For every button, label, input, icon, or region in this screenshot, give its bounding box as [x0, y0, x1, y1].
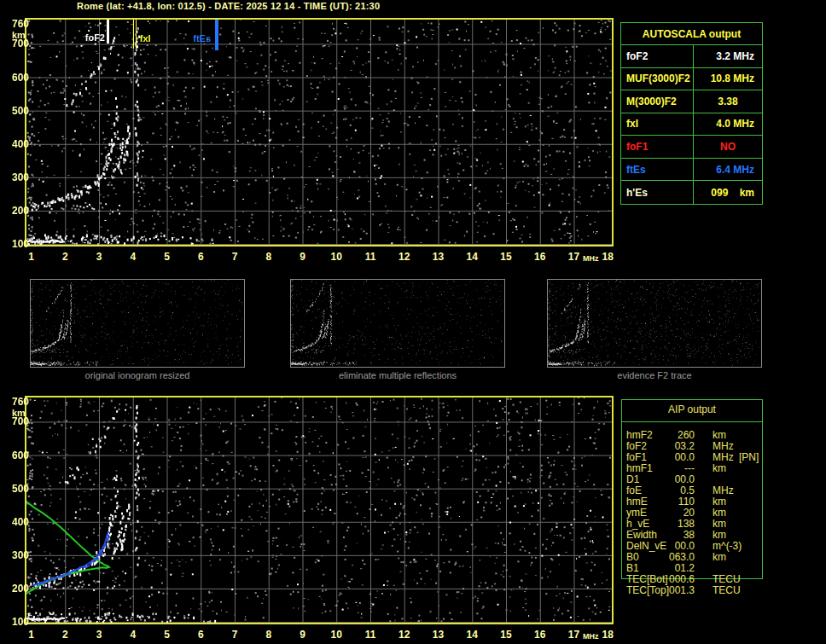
autoscala-row-label: ftEs [621, 159, 694, 181]
x-tick-label: 16 [527, 629, 553, 641]
aip-row-unit: TECU [713, 573, 741, 585]
ftEs-marker-line [215, 20, 218, 50]
aip-row-value: 00.0 [646, 540, 695, 552]
autoscala-output-panel: AUTOSCALA output foF23.2 MHzMUF(3000)F21… [620, 22, 763, 205]
autoscala-row-value: 099 km [694, 187, 762, 199]
aip-row-value: 00.0 [646, 451, 695, 463]
x-axis-unit: MHz [583, 254, 599, 263]
aip-row: hmF2260km [622, 429, 767, 440]
x-tick-label: 15 [493, 251, 519, 263]
x-tick-label: 5 [154, 629, 180, 641]
thumbnail-canvas [291, 280, 504, 367]
x-tick-label: 2 [52, 251, 78, 263]
autoscala-row-value: NO [694, 141, 762, 153]
aip-row-value: 03.2 [646, 440, 695, 452]
y-tick-label: 700 [3, 38, 29, 49]
aip-row-unit: MHz [713, 484, 734, 496]
thumbnail-caption: eliminate multiple reflections [290, 370, 505, 380]
y-tick-label: 500 [3, 484, 29, 495]
aip-row-unit: km [713, 551, 726, 563]
x-tick-label: 1 [19, 251, 44, 263]
aip-row-label: foF1 [626, 451, 647, 463]
aip-row-value: 001.3 [646, 584, 695, 596]
aip-row-unit: km [713, 462, 726, 474]
aip-row-value: --- [646, 462, 695, 474]
aip-row-value: 110 [646, 496, 695, 508]
x-tick-label: 12 [392, 629, 417, 641]
x-tick-label: 1 [19, 629, 44, 641]
y-tick-label: 400 [3, 517, 29, 528]
scaled-ionogram-plot: foF2fxIftEs [25, 18, 614, 247]
aip-row-unit: km [713, 429, 726, 441]
x-tick-label: 2 [52, 629, 78, 641]
aip-row: foE0.5MHz [622, 484, 767, 496]
aip-row: h_vE138km [622, 518, 767, 529]
foF2-marker-line [107, 20, 109, 44]
y-tick-label: 760 [3, 397, 29, 408]
x-tick-label: 10 [323, 251, 349, 263]
y-tick-label: 100 [3, 617, 29, 628]
aip-row-unit: MHz [713, 440, 734, 452]
x-tick-label: 8 [256, 629, 282, 641]
bottom-plot-x-axis: 123456789101112131415161718MHz [25, 627, 614, 641]
aip-row-unit: km [713, 529, 726, 541]
autoscala-row: h'Es099 km [621, 181, 762, 204]
aip-row-unit: TECU [713, 584, 741, 596]
x-tick-label: 4 [120, 629, 146, 641]
y-tick-label: 600 [3, 450, 29, 461]
profile-ionogram-canvas [26, 397, 612, 623]
autoscala-app-window: { "title": "Rome (lat: +41.8, lon: 012.5… [0, 0, 826, 644]
aip-row-label: foF2 [626, 440, 647, 452]
autoscala-row-label: h'Es [621, 181, 694, 204]
autoscala-row-value: 10.8 MHz [694, 73, 762, 84]
aip-row-value: 00.0 [646, 473, 695, 485]
autoscala-row-value: 4.0 MHz [694, 118, 762, 130]
y-tick-label: 200 [3, 206, 29, 217]
autoscala-row-value: 3.38 [694, 96, 762, 107]
x-tick-label: 6 [188, 251, 213, 263]
thumbnail-caption: original ionogram resized [30, 370, 245, 380]
autoscala-row-label: M(3000)F2 [621, 90, 694, 113]
x-tick-label: 11 [358, 251, 383, 263]
thumbnail-canvas [31, 280, 244, 367]
aip-row-label: hmE [626, 496, 648, 508]
aip-row-value: 000.6 [646, 573, 695, 585]
x-tick-label: 6 [188, 629, 213, 641]
autoscala-row-label: fxI [621, 113, 694, 136]
aip-row: B0063.0km [622, 551, 767, 562]
y-tick-label: 400 [3, 139, 29, 150]
aip-row: D100.0 [622, 473, 767, 484]
aip-row: TEC[Top]001.3TECU [622, 584, 767, 595]
x-tick-label: 8 [256, 251, 282, 263]
aip-row: DelN_vE00.0m^(-3) [622, 540, 767, 551]
top-plot-x-axis: 123456789101112131415161718MHz [25, 249, 614, 263]
fxI-marker-line [133, 20, 134, 49]
autoscala-panel-title: AUTOSCALA output [621, 23, 762, 45]
x-tick-label: 13 [426, 251, 451, 263]
autoscala-row-value: 6.4 MHz [694, 164, 762, 176]
fxI-marker-label: fxI [140, 33, 151, 44]
y-tick-label: 600 [3, 73, 29, 84]
autoscala-row: MUF(3000)F210.8 MHz [621, 68, 762, 91]
aip-row: foF203.2MHz [622, 440, 767, 451]
aip-panel-title: AIP output [622, 403, 762, 415]
aip-row-unit: km [713, 496, 726, 508]
station-title: Rome (lat: +41.8, lon: 012.5) - DATE: 20… [77, 1, 380, 11]
foF2-marker-label: foF2 [55, 32, 105, 43]
aip-row-unit: MHz [713, 451, 734, 463]
thumbnail-evidence-f2 [547, 279, 762, 368]
x-tick-label: 9 [290, 251, 316, 263]
aip-row-value: 01.2 [646, 562, 695, 574]
aip-row: B101.2 [622, 562, 767, 573]
aip-header-divider [622, 421, 762, 422]
x-tick-label: 16 [527, 251, 553, 263]
x-tick-label: 13 [426, 629, 451, 641]
x-tick-label: 12 [392, 251, 417, 263]
autoscala-row-label: foF1 [621, 136, 694, 158]
x-tick-label: 10 [323, 629, 349, 641]
x-tick-label: 7 [222, 251, 247, 263]
x-tick-label: 4 [120, 251, 146, 263]
autoscala-row: foF1NO [621, 136, 762, 159]
aip-row-label: B1 [626, 562, 639, 574]
aip-row: hmF1---km [622, 462, 767, 473]
